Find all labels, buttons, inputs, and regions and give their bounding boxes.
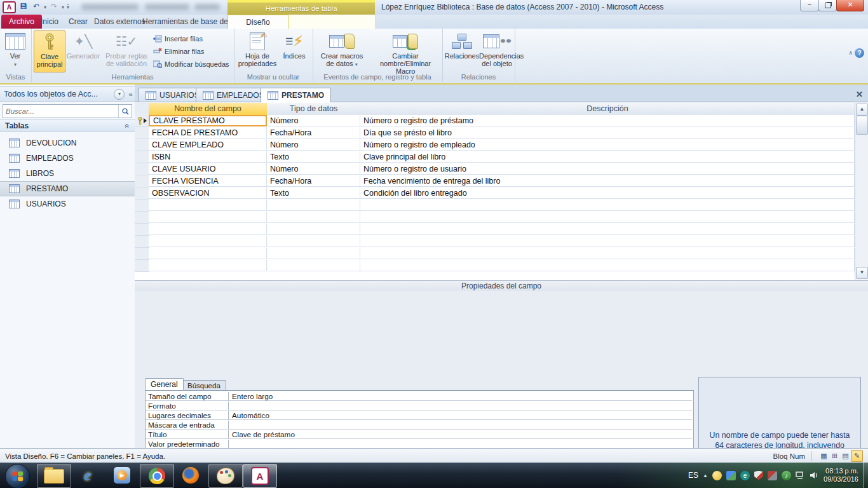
row-selector[interactable] — [135, 175, 149, 187]
field-name-cell[interactable]: OBSERVACION — [149, 187, 267, 199]
empty-field-row[interactable] — [135, 224, 855, 236]
design-view-button[interactable]: ✎ — [851, 450, 863, 462]
start-button[interactable] — [5, 464, 30, 488]
relaciones-button[interactable]: Relaciones — [444, 30, 480, 60]
tray-utility-icon[interactable] — [768, 471, 777, 480]
taskbar-ie-button[interactable]: e — [71, 464, 104, 487]
field-desc-cell[interactable]: Clave principal del libro — [360, 151, 855, 163]
tray-expand-icon[interactable]: ▲ — [703, 473, 708, 478]
close-button[interactable]: ✕ — [836, 0, 864, 11]
indices-button[interactable]: ☰⚡︎ Índices — [280, 30, 309, 60]
language-indicator[interactable]: ES — [688, 471, 698, 480]
field-desc-cell[interactable]: Día que se présto el libro — [360, 127, 855, 139]
insertar-filas-button[interactable]: Insertar filas — [153, 32, 203, 44]
scroll-up-icon[interactable]: ▲ — [856, 104, 868, 116]
field-type-cell[interactable]: Fecha/Hora — [267, 127, 360, 139]
col-header-nombre[interactable]: Nombre del campo — [149, 103, 268, 116]
pivottable-view-button[interactable]: ⊞ — [829, 451, 840, 461]
tab-busqueda[interactable]: Búsqueda — [182, 380, 226, 391]
eliminar-filas-button[interactable]: Eliminar filas — [153, 45, 204, 57]
close-document-icon[interactable]: ✕ — [856, 90, 863, 99]
customize-qat-icon[interactable]: ▾ — [67, 4, 69, 10]
dependencias-button[interactable]: ⚭⚭ Dependencias del objeto — [479, 30, 515, 67]
tab-general[interactable]: General — [145, 378, 184, 390]
tray-messenger-icon[interactable] — [712, 471, 722, 480]
field-type-cell[interactable]: Fecha/Hora — [267, 175, 360, 187]
nav-item-devolucion[interactable]: DEVOLUCION — [0, 135, 135, 151]
field-desc-cell[interactable]: Condición del libro entregado — [360, 187, 855, 199]
redo-dropdown-icon[interactable]: ▾ — [62, 4, 64, 10]
field-name-cell[interactable]: CLAVE PRESTAMO — [149, 115, 267, 126]
search-icon[interactable] — [118, 105, 132, 118]
minimize-button[interactable]: − — [800, 0, 819, 11]
field-desc-cell[interactable]: Número o registro de préstamo — [360, 115, 855, 126]
tab-diseno-active[interactable]: Diseño — [227, 15, 288, 29]
field-name-cell[interactable]: CLAVE USUARIO — [149, 163, 267, 175]
row-selector-current[interactable] — [135, 115, 149, 127]
doc-tab-empleados[interactable]: EMPLEADOS — [196, 88, 271, 102]
field-name-cell[interactable]: FECHA DE PRESTAMO — [149, 127, 267, 139]
tray-music-icon[interactable]: ♪ — [782, 471, 791, 480]
field-name-cell[interactable]: FECHA VIGENCIA — [149, 175, 267, 187]
empty-field-row[interactable] — [135, 200, 855, 212]
taskbar-paint-button[interactable] — [208, 464, 243, 488]
search-input[interactable] — [3, 105, 118, 118]
property-row[interactable]: Máscara de entrada — [146, 421, 692, 430]
nav-group-tablas[interactable]: Tablas « — [0, 119, 135, 132]
scroll-thumb[interactable] — [856, 116, 868, 135]
access-app-icon[interactable]: A — [3, 1, 16, 13]
col-header-descripcion[interactable]: Descripción — [360, 103, 855, 116]
crear-macros-button[interactable]: Crear macros de datos ▾ — [316, 30, 367, 69]
row-selector[interactable] — [135, 139, 149, 151]
nav-item-libros[interactable]: LIBROS — [0, 166, 135, 181]
undo-button[interactable]: ↶ — [31, 2, 41, 12]
field-name-cell[interactable]: CLAVE EMPLEADO — [149, 139, 267, 151]
row-selector[interactable] — [135, 187, 149, 200]
hoja-propiedades-button[interactable]: ✍︎ Hoja de propiedades — [238, 30, 277, 67]
taskbar-explorer-button[interactable] — [37, 464, 71, 488]
row-selector[interactable] — [135, 127, 149, 139]
taskbar-firefox-button[interactable] — [174, 464, 207, 487]
field-desc-cell[interactable]: Número o registro de empleado — [360, 139, 855, 151]
undo-dropdown-icon[interactable]: ▾ — [44, 4, 46, 10]
field-type-cell[interactable]: Número — [267, 163, 360, 175]
crear-macros-dropdown-icon[interactable]: ▾ — [355, 62, 358, 67]
show-desktop-button[interactable] — [863, 463, 868, 488]
doc-tab-prestamo[interactable]: PRESTAMO — [261, 88, 331, 102]
pivotchart-view-button[interactable]: ▤ — [840, 451, 851, 461]
scroll-down-icon[interactable]: ▼ — [856, 267, 868, 279]
nav-item-empleados[interactable]: EMPLEADOS — [0, 151, 135, 166]
field-type-cell[interactable]: Número — [267, 115, 360, 126]
tray-network-icon[interactable] — [796, 471, 805, 480]
save-button[interactable]: 💾︎ — [18, 2, 29, 12]
property-row[interactable]: TítuloClave de préstamo — [146, 430, 692, 440]
restore-button[interactable] — [818, 0, 837, 11]
ver-dropdown-icon[interactable]: ▾ — [14, 62, 17, 67]
field-type-cell[interactable]: Texto — [267, 151, 360, 163]
datasheet-view-button[interactable]: ▦ — [818, 451, 829, 461]
collapse-group-icon[interactable]: « — [123, 124, 132, 128]
empty-field-row[interactable] — [135, 248, 855, 260]
col-header-tipo[interactable]: Tipo de datos — [267, 103, 361, 116]
property-row[interactable]: Formato — [146, 402, 692, 411]
taskbar-wmp-button[interactable]: ▶ — [105, 464, 139, 487]
nav-item-usuarios[interactable]: USUARIOS — [0, 196, 135, 212]
minimize-ribbon-icon[interactable]: ∧ — [848, 50, 853, 56]
property-row[interactable]: Tamaño del campoEntero largo — [146, 392, 692, 402]
clave-principal-button[interactable]: Clave principal — [34, 30, 65, 72]
tray-volume-icon[interactable] — [810, 471, 819, 480]
nav-collapse-icon[interactable]: « — [128, 90, 132, 98]
ver-button[interactable]: Ver▾ — [0, 30, 32, 69]
taskbar-chrome-button[interactable] — [140, 464, 174, 488]
field-desc-cell[interactable]: Número o registro de usuario — [360, 163, 855, 175]
field-type-cell[interactable]: Número — [267, 139, 360, 151]
cambiar-nombre-button[interactable]: Cambiar nombre/Eliminar Macro — [371, 30, 440, 75]
modificar-busquedas-button[interactable]: Modificar búsquedas — [153, 58, 229, 70]
nav-pane-header[interactable]: Todos los objetos de Acc... ▾ « — [0, 86, 135, 102]
empty-field-row[interactable] — [135, 236, 855, 248]
grid-scrollbar[interactable]: ▲ ▼ — [855, 103, 868, 280]
tray-security-shield-icon[interactable] — [754, 471, 763, 480]
nav-dropdown-icon[interactable]: ▾ — [114, 89, 125, 100]
tray-updater-icon[interactable] — [726, 471, 736, 480]
property-row[interactable]: Lugares decimalesAutomático — [146, 411, 692, 421]
